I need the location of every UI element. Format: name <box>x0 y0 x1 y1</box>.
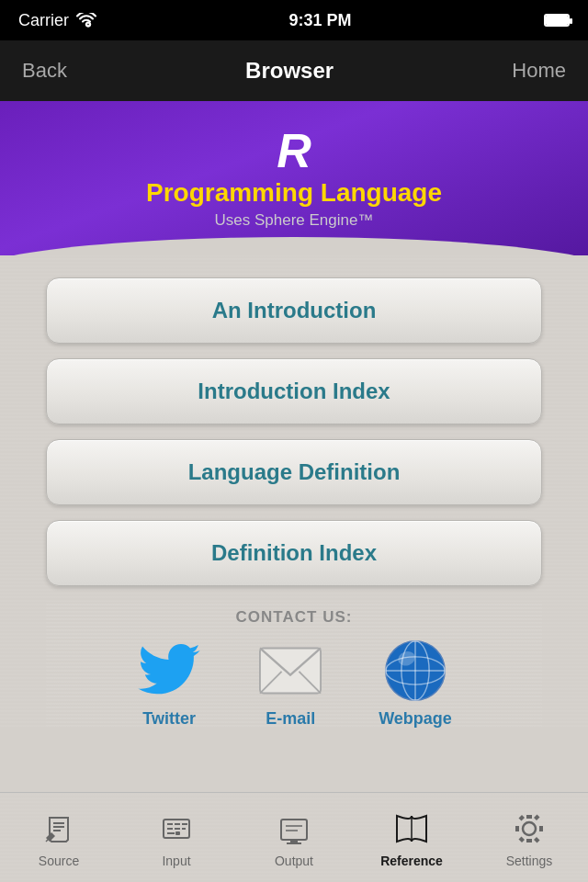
wifi-icon <box>76 13 96 28</box>
twitter-icon-wrap <box>136 638 202 704</box>
svg-rect-22 <box>175 831 180 835</box>
main-content: An Introduction Introduction Index Langu… <box>0 255 588 729</box>
email-button[interactable]: E-mail <box>257 638 323 729</box>
reference-tab-label: Reference <box>380 854 443 868</box>
status-left: Carrier <box>18 11 96 30</box>
settings-icon <box>513 812 546 850</box>
header-letter: R <box>277 127 311 175</box>
definition-index-button[interactable]: Definition Index <box>46 520 542 586</box>
language-definition-button[interactable]: Language Definition <box>46 439 542 505</box>
tab-input[interactable]: Input <box>118 793 235 882</box>
status-time: 9:31 PM <box>288 11 351 30</box>
twitter-label: Twitter <box>142 709 196 729</box>
status-bar: Carrier 9:31 PM <box>0 0 588 40</box>
carrier-label: Carrier <box>18 11 69 30</box>
contact-section: CONTACT US: Twitter <box>46 601 542 729</box>
tab-reference[interactable]: Reference <box>353 793 470 882</box>
webpage-button[interactable]: Webpage <box>379 638 452 729</box>
input-tab-label: Input <box>162 854 190 868</box>
email-icon-wrap <box>257 638 323 704</box>
email-icon <box>259 647 322 695</box>
webpage-label: Webpage <box>379 709 452 729</box>
globe-icon <box>384 639 447 702</box>
output-icon <box>277 812 311 850</box>
tab-settings[interactable]: Settings <box>470 793 588 882</box>
settings-tab-label: Settings <box>506 854 553 868</box>
introduction-index-button[interactable]: Introduction Index <box>46 358 542 424</box>
webpage-icon-wrap <box>382 638 448 704</box>
contact-icons: Twitter E-mail <box>136 638 452 729</box>
tab-output[interactable]: Output <box>235 793 353 882</box>
svg-rect-23 <box>281 820 307 840</box>
reference-icon <box>393 812 430 850</box>
status-right <box>544 14 570 27</box>
nav-title: Browser <box>245 58 334 84</box>
back-button[interactable]: Back <box>22 59 67 83</box>
source-tab-label: Source <box>39 854 79 868</box>
tab-bar: Source Input <box>0 792 588 882</box>
tab-source[interactable]: Source <box>0 793 118 882</box>
twitter-button[interactable]: Twitter <box>136 638 202 729</box>
battery-icon <box>544 14 570 27</box>
input-icon <box>160 812 193 850</box>
an-introduction-button[interactable]: An Introduction <box>46 277 542 344</box>
twitter-icon <box>138 644 200 697</box>
home-button[interactable]: Home <box>512 59 566 83</box>
contact-title: CONTACT US: <box>236 608 353 627</box>
source-icon <box>42 812 75 850</box>
header-banner: R Programming Language Uses Sphere Engin… <box>0 101 588 255</box>
email-label: E-mail <box>266 709 315 729</box>
nav-bar: Back Browser Home <box>0 40 588 101</box>
header-subtitle: Uses Sphere Engine™ <box>215 211 374 230</box>
header-language: Programming Language <box>146 178 442 208</box>
output-tab-label: Output <box>275 854 313 868</box>
